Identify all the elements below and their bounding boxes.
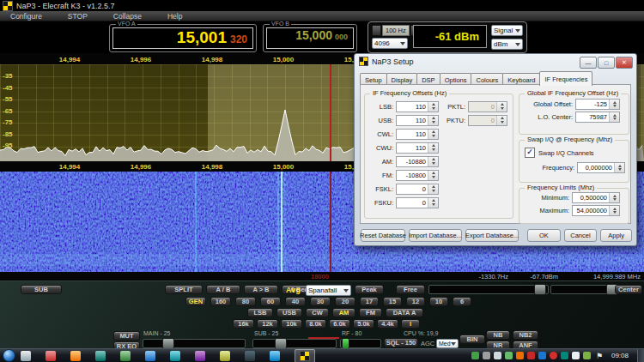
tray-icon[interactable] xyxy=(516,352,524,359)
display-mode-select[interactable]: Spanafall xyxy=(306,285,351,296)
taskbar-app-icon[interactable] xyxy=(145,351,155,361)
menu-configure[interactable]: Configure xyxy=(10,12,42,21)
main-volume-slider[interactable] xyxy=(143,339,246,348)
cwu-offset-input[interactable]: 110 xyxy=(396,142,439,154)
mute-button[interactable]: MUT xyxy=(113,331,140,341)
pan-slider[interactable] xyxy=(428,285,549,294)
sub-volume-slider[interactable] xyxy=(252,339,337,348)
close-button[interactable]: ✕ xyxy=(616,57,633,69)
pan-slider-thumb[interactable] xyxy=(534,284,546,295)
a-slash-b-button[interactable]: A / B xyxy=(206,285,240,294)
filter-5k-button[interactable]: 5.0k xyxy=(353,319,374,329)
nb-button[interactable]: NB xyxy=(486,330,510,340)
vfo-cursor-line[interactable] xyxy=(330,64,331,161)
filter-8k-button[interactable]: 8.0k xyxy=(305,319,326,329)
agc-select[interactable]: Med xyxy=(436,339,459,348)
swap-iq-checkbox[interactable]: ✓ xyxy=(525,148,535,158)
tray-icon[interactable] xyxy=(505,352,513,359)
filter-i-button[interactable]: I xyxy=(401,319,420,329)
export-database-button[interactable]: Export Database... xyxy=(465,229,519,242)
mode-data-a-button[interactable]: DATA A xyxy=(386,308,423,317)
filter-6k-button[interactable]: 6.0k xyxy=(329,319,350,329)
center-button[interactable]: Center xyxy=(615,285,642,294)
band-10-button[interactable]: 10 xyxy=(429,297,448,306)
maximum-input[interactable]: 54,000000 xyxy=(572,205,620,216)
taskbar-app-icon[interactable] xyxy=(46,351,56,361)
meter-source-select[interactable]: Signal xyxy=(491,25,523,36)
zoom-slider[interactable] xyxy=(550,285,621,294)
band-30-button[interactable]: 30 xyxy=(310,297,331,306)
mode-fm-button[interactable]: FM xyxy=(359,308,382,317)
swap-frequency-input[interactable]: 0,000000 xyxy=(577,162,625,173)
mode-cw-button[interactable]: CW xyxy=(306,308,329,317)
apply-button[interactable]: Apply xyxy=(600,229,632,242)
taskbar-app-icon[interactable] xyxy=(70,351,81,361)
fsku-offset-input[interactable]: 0 xyxy=(396,197,439,208)
tray-icon[interactable] xyxy=(494,352,501,359)
nb2-button[interactable]: NB2 xyxy=(513,330,538,340)
free-button[interactable]: Free xyxy=(396,285,425,294)
filter-12k-button[interactable]: 12k xyxy=(257,319,278,329)
taskbar-app-icon[interactable] xyxy=(270,351,280,361)
start-button[interactable] xyxy=(3,349,15,362)
band-160-button[interactable]: 160 xyxy=(210,297,231,306)
sub-button[interactable]: SUB xyxy=(21,285,62,294)
taskbar-app-icon[interactable] xyxy=(195,351,205,361)
taskbar-app-icon[interactable] xyxy=(220,351,230,361)
tray-icon[interactable] xyxy=(561,352,568,359)
squelch-slider[interactable] xyxy=(340,339,381,348)
peak-button[interactable]: Peak xyxy=(355,285,384,294)
fft-size-select[interactable]: 4096 xyxy=(372,38,408,49)
am-offset-input[interactable]: -10880 xyxy=(396,156,439,167)
split-button[interactable]: SPLIT xyxy=(165,285,203,294)
import-database-button[interactable]: Import Database... xyxy=(409,229,462,242)
step-down-button[interactable] xyxy=(372,25,381,36)
vfo-a-display[interactable]: 15,001 320 xyxy=(112,27,253,49)
band-80-button[interactable]: 80 xyxy=(235,297,256,306)
mode-am-button[interactable]: AM xyxy=(332,308,355,317)
fskl-offset-input[interactable]: 0 xyxy=(396,184,439,195)
tray-icon[interactable] xyxy=(583,352,591,359)
tray-icon[interactable] xyxy=(471,352,479,359)
lo-center-input[interactable]: 75987 xyxy=(575,112,620,123)
tray-icon[interactable] xyxy=(572,352,580,359)
filter-4k4-button[interactable]: 4.4k xyxy=(377,319,398,329)
taskbar-app-icon[interactable] xyxy=(120,351,131,361)
band-6-button[interactable]: 6 xyxy=(453,297,471,306)
cwl-offset-input[interactable]: 110 xyxy=(396,129,439,140)
a-to-b-button[interactable]: A > B xyxy=(244,285,278,294)
filter-16k-button[interactable]: 16k xyxy=(233,319,254,329)
usb-offset-input[interactable]: 110 xyxy=(396,115,439,126)
band-12-button[interactable]: 12 xyxy=(406,297,425,306)
mode-usb-button[interactable]: USB xyxy=(276,308,302,317)
band-20-button[interactable]: 20 xyxy=(335,297,355,306)
band-40-button[interactable]: 40 xyxy=(285,297,306,306)
show-desktop-button[interactable] xyxy=(637,349,644,362)
menu-stop[interactable]: STOP xyxy=(68,12,88,21)
taskbar-app-icon[interactable] xyxy=(245,351,255,361)
lsb-offset-input[interactable]: 110 xyxy=(396,101,439,112)
cancel-button[interactable]: Cancel xyxy=(564,229,598,242)
vfo-b-display[interactable]: 15,000 000 xyxy=(266,27,354,49)
language-flag-icon[interactable]: ⚑ xyxy=(596,352,603,360)
menu-collapse[interactable]: Collapse xyxy=(113,12,142,21)
tray-icon[interactable] xyxy=(550,352,557,359)
band-17-button[interactable]: 17 xyxy=(360,297,379,306)
band-60-button[interactable]: 60 xyxy=(260,297,281,306)
reset-database-button[interactable]: Reset Database xyxy=(361,229,405,242)
taskbar-clock[interactable]: 09:08 xyxy=(611,352,629,359)
fm-offset-input[interactable]: -10800 xyxy=(396,170,439,181)
ok-button[interactable]: OK xyxy=(527,229,561,242)
taskbar-app-icon[interactable] xyxy=(95,351,106,361)
avg-label[interactable]: Avg xyxy=(286,286,301,294)
band-15-button[interactable]: 15 xyxy=(383,297,402,306)
tray-icon[interactable] xyxy=(527,352,535,359)
tab-if-frequencies[interactable]: IF Frequencies xyxy=(539,71,592,86)
filter-10k-button[interactable]: 10k xyxy=(281,319,302,329)
minimize-button[interactable]: — xyxy=(580,57,597,69)
taskbar-app-icon[interactable] xyxy=(21,351,31,361)
taskbar-nap3-active[interactable] xyxy=(295,349,315,362)
maximize-button[interactable]: □ xyxy=(598,57,615,69)
tray-icon[interactable] xyxy=(483,352,490,359)
tray-icon[interactable] xyxy=(538,352,546,359)
